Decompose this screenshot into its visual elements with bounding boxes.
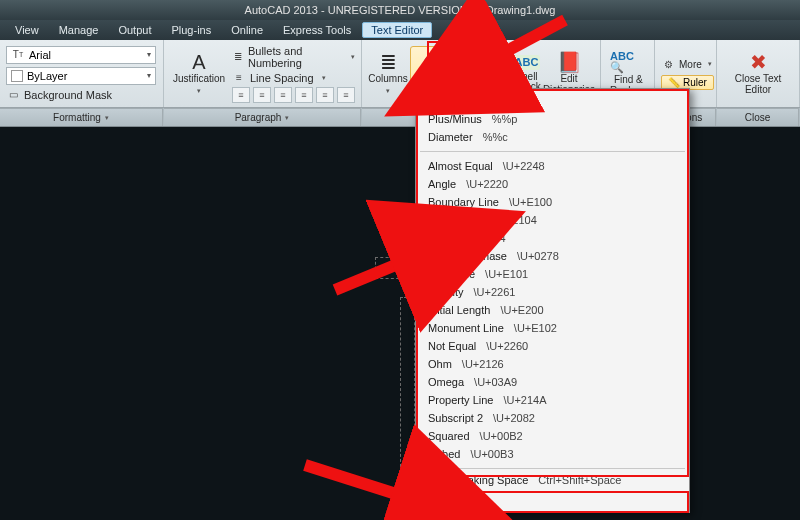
menu-item-label: Subscript 2 bbox=[428, 412, 483, 424]
menu-item-flow-line[interactable]: Flow Line\U+E101 bbox=[416, 265, 689, 283]
menu-item-property-line[interactable]: Property Line\U+214A bbox=[416, 391, 689, 409]
tab-view[interactable]: View bbox=[6, 22, 48, 38]
menu-item-degrees[interactable]: Degrees%%d bbox=[416, 92, 689, 110]
linespacing-button[interactable]: ≡ Line Spacing ▾ bbox=[232, 71, 355, 85]
menu-item-monument-line[interactable]: Monument Line\U+E102 bbox=[416, 319, 689, 337]
menu-item-code: \U+E200 bbox=[500, 304, 543, 316]
app-window: AutoCAD 2013 - UNREGISTERED VERSION Draw… bbox=[0, 0, 800, 520]
menu-item-code: \U+2220 bbox=[466, 178, 508, 190]
menu-item-label: Omega bbox=[428, 376, 464, 388]
menu-item-label: Degrees bbox=[428, 95, 470, 107]
menu-item-boundary-line[interactable]: Boundary Line\U+E100 bbox=[416, 193, 689, 211]
tab-output[interactable]: Output bbox=[109, 22, 160, 38]
menu-item-code: \U+2104 bbox=[495, 214, 537, 226]
abc-check-icon: ABC bbox=[513, 55, 541, 70]
panel-close: ✖ Close Text Editor Close bbox=[717, 40, 800, 107]
chevron-down-icon: ▾ bbox=[351, 53, 355, 61]
more-button[interactable]: ⚙ More ▾ bbox=[661, 57, 712, 71]
menu-item-ohm[interactable]: Ohm\U+2126 bbox=[416, 355, 689, 373]
menu-item-label: Initial Length bbox=[428, 304, 490, 316]
menu-item-diameter[interactable]: Diameter%%c bbox=[416, 128, 689, 146]
chevron-down-icon: ▾ bbox=[147, 50, 151, 59]
ribbon-tabs: View Manage Output Plug-ins Online Expre… bbox=[0, 20, 800, 40]
menu-item-identity[interactable]: Identity\U+2261 bbox=[416, 283, 689, 301]
menu-item-label: Diameter bbox=[428, 131, 473, 143]
menu-item-label: Squared bbox=[428, 430, 470, 442]
panel-paragraph: A Justification ▾ ≣ Bullets and Numberin… bbox=[164, 40, 362, 107]
panel-title-formatting[interactable]: Formatting▾ bbox=[0, 108, 163, 126]
columns-button[interactable]: ≣ Columns ▾ bbox=[366, 46, 410, 102]
tab-online[interactable]: Online bbox=[222, 22, 272, 38]
menu-item-omega[interactable]: Omega\U+03A9 bbox=[416, 373, 689, 391]
doc-title: Drawing1.dwg bbox=[486, 4, 556, 16]
book-icon: 📕 bbox=[557, 52, 582, 72]
ruler-icon: 📏 bbox=[668, 77, 680, 88]
menu-item-code: \U+E100 bbox=[509, 196, 552, 208]
menu-item-electrical-phase[interactable]: Electrical Phase\U+0278 bbox=[416, 247, 689, 265]
menu-item-code: \U+214A bbox=[503, 394, 546, 406]
menu-item-not-equal[interactable]: Not Equal\U+2260 bbox=[416, 337, 689, 355]
layer-select[interactable]: ByLayer ▾ bbox=[6, 67, 156, 85]
menu-item-label: Monument Line bbox=[428, 322, 504, 334]
paragraph-align-buttons: ≡ ≡ ≡ ≡ ≡ ≡ bbox=[232, 87, 355, 103]
chevron-down-icon: ▾ bbox=[285, 114, 289, 122]
close-icon: ✖ bbox=[750, 52, 767, 72]
font-icon: TT bbox=[11, 48, 25, 62]
panel-title-paragraph[interactable]: Paragraph▾ bbox=[164, 108, 361, 126]
menu-item-cubed[interactable]: Cubed\U+00B3 bbox=[416, 445, 689, 463]
align-dist-button[interactable]: ≡ bbox=[316, 87, 334, 103]
menu-item-nbsp[interactable]: Non-breaking Space Ctrl+Shift+Space bbox=[416, 471, 689, 489]
menu-item-other[interactable]: Other... bbox=[416, 494, 689, 512]
tab-manage[interactable]: Manage bbox=[50, 22, 108, 38]
menu-separator bbox=[420, 491, 685, 492]
align-right-button[interactable]: ≡ bbox=[274, 87, 292, 103]
list-icon: ≣ bbox=[232, 50, 244, 64]
tab-express-tools[interactable]: Express Tools bbox=[274, 22, 360, 38]
menu-item-label: Cubed bbox=[428, 448, 460, 460]
align-justify-button[interactable]: ≡ bbox=[295, 87, 313, 103]
menu-item-delta[interactable]: Delta\U+0394 bbox=[416, 229, 689, 247]
close-editor-button[interactable]: ✖ Close Text Editor bbox=[723, 46, 793, 102]
chevron-down-icon: ▾ bbox=[197, 87, 201, 95]
menu-separator bbox=[420, 468, 685, 469]
menu-item-label: Identity bbox=[428, 286, 463, 298]
menu-item-plus-minus[interactable]: Plus/Minus%%p bbox=[416, 110, 689, 128]
menu-item-code: \U+2261 bbox=[473, 286, 515, 298]
menu-item-code: \U+E101 bbox=[485, 268, 528, 280]
text-edit-frame[interactable] bbox=[400, 297, 415, 467]
menu-item-code: \U+2082 bbox=[493, 412, 535, 424]
align-center-button[interactable]: ≡ bbox=[253, 87, 271, 103]
font-select[interactable]: TT Arial ▾ bbox=[6, 46, 156, 64]
menu-item-code: \U+00B3 bbox=[470, 448, 513, 460]
menu-item-label: Ohm bbox=[428, 358, 452, 370]
text-edit-handle[interactable] bbox=[375, 257, 415, 279]
menu-item-label: Delta bbox=[428, 232, 454, 244]
menu-item-code: \U+00B2 bbox=[480, 430, 523, 442]
menu-item-squared[interactable]: Squared\U+00B2 bbox=[416, 427, 689, 445]
menu-item-code: %%p bbox=[492, 113, 518, 125]
align-left-button[interactable]: ≡ bbox=[232, 87, 250, 103]
menu-item-center-line[interactable]: Center Line\U+2104 bbox=[416, 211, 689, 229]
chevron-down-icon: ▾ bbox=[105, 114, 109, 122]
tab-text-editor[interactable]: Text Editor bbox=[362, 22, 432, 38]
justification-icon: A bbox=[192, 52, 205, 72]
bullets-button[interactable]: ≣ Bullets and Numbering ▾ bbox=[232, 45, 355, 69]
menu-item-code: \U+2126 bbox=[462, 358, 504, 370]
gear-icon: ⚙ bbox=[661, 57, 675, 71]
tab-plugins[interactable]: Plug-ins bbox=[162, 22, 220, 38]
menu-item-label: Plus/Minus bbox=[428, 113, 482, 125]
menu-item-almost-equal[interactable]: Almost Equal\U+2248 bbox=[416, 157, 689, 175]
bgmask-button[interactable]: ▭ Background Mask bbox=[6, 88, 157, 102]
menu-item-label: Electrical Phase bbox=[428, 250, 507, 262]
menu-item-angle[interactable]: Angle\U+2220 bbox=[416, 175, 689, 193]
justification-button[interactable]: A Justification ▾ bbox=[170, 46, 228, 102]
menu-item-code: \U+0278 bbox=[517, 250, 559, 262]
menu-item-initial-length[interactable]: Initial Length\U+E200 bbox=[416, 301, 689, 319]
columns-icon: ≣ bbox=[380, 52, 397, 72]
menu-item-code: %%c bbox=[483, 131, 508, 143]
symbol-dropdown: Degrees%%dPlus/Minus%%pDiameter%%c Almos… bbox=[415, 88, 690, 513]
at-icon: @ bbox=[422, 52, 442, 72]
font-name: Arial bbox=[29, 49, 51, 61]
menu-item-subscript-2[interactable]: Subscript 2\U+2082 bbox=[416, 409, 689, 427]
align-extra-button[interactable]: ≡ bbox=[337, 87, 355, 103]
